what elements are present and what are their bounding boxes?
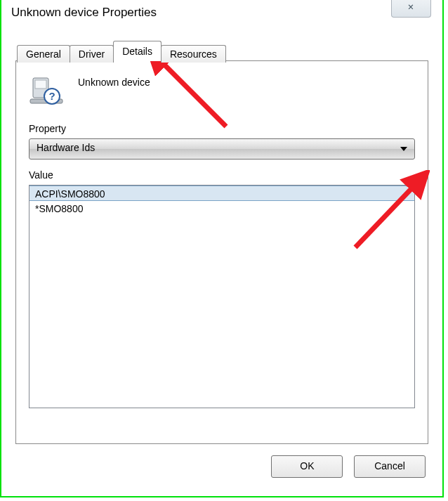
window-title: Unknown device Properties [11,6,157,20]
property-dropdown[interactable]: Hardware Ids [29,138,415,160]
tab-details[interactable]: Details [113,41,162,61]
tab-driver[interactable]: Driver [70,45,114,63]
value-listbox[interactable]: ACPI\SMO8800 *SMO8800 [29,185,415,408]
title-bar: Unknown device Properties ✕ [1,0,442,25]
tab-resources[interactable]: Resources [161,45,226,63]
ok-button[interactable]: OK [271,455,343,478]
chevron-down-icon [400,147,407,151]
svg-text:?: ? [48,90,55,102]
device-name: Unknown device [78,77,150,88]
tab-strip: GeneralDriverDetailsResources [17,41,225,61]
dialog-buttons: OK Cancel [263,455,426,478]
value-row[interactable]: ACPI\SMO8800 [29,186,414,201]
device-header: ? Unknown device [29,74,415,113]
value-row[interactable]: *SMO8800 [29,201,414,216]
property-selected-text: Hardware Ids [37,142,95,153]
device-icon: ? [29,74,64,109]
tab-panel-details: ? Unknown device Property Hardware Ids V… [15,60,428,444]
cancel-button[interactable]: Cancel [354,455,426,478]
value-label: Value [29,169,415,181]
dialog-window: Unknown device Properties ✕ GeneralDrive… [0,0,444,497]
svg-rect-1 [35,80,46,89]
tab-general[interactable]: General [17,45,70,63]
property-label: Property [29,123,415,134]
close-button[interactable]: ✕ [391,0,431,18]
close-icon: ✕ [408,1,414,12]
dialog-body: GeneralDriverDetailsResources ? Unknown … [8,30,435,489]
